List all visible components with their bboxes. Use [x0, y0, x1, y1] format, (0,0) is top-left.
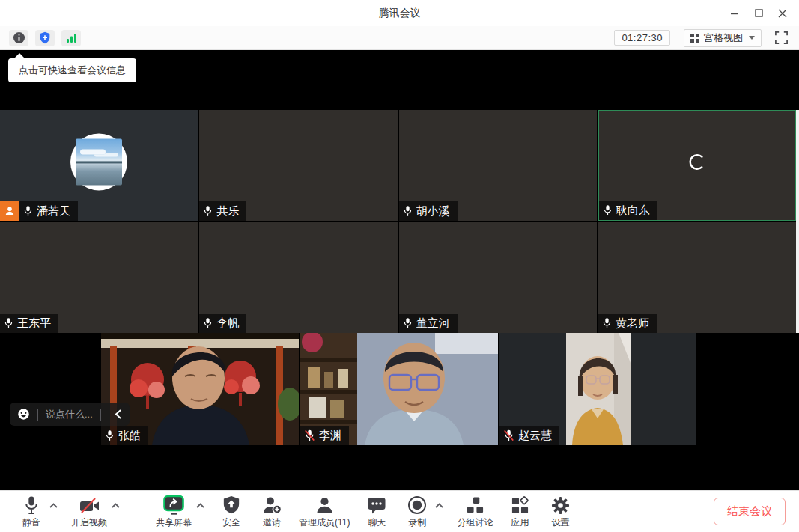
video-options-chevron[interactable]: [112, 503, 120, 508]
mic-on-icon: [23, 205, 33, 217]
participant-name: 李渊: [319, 429, 341, 443]
apps-grid-icon: [511, 496, 529, 515]
manage-members-button[interactable]: 管理成员(11): [299, 495, 350, 529]
participant-video-tile[interactable]: 赵云慧: [499, 333, 696, 445]
share-options-chevron[interactable]: [196, 503, 204, 508]
participant-name: 董立河: [416, 317, 450, 331]
participant-name: 张皓: [118, 429, 141, 443]
fullscreen-icon: [774, 31, 789, 45]
name-tag: 赵云慧: [499, 426, 559, 445]
mic-on-icon: [203, 317, 213, 329]
participant-tile[interactable]: 耿向东: [598, 110, 796, 221]
apps-button[interactable]: 应用: [506, 495, 533, 529]
security-shield-icon: [222, 495, 240, 515]
mic-icon: [23, 495, 40, 515]
close-button[interactable]: [771, 0, 795, 26]
close-icon: [778, 9, 787, 18]
maximize-button[interactable]: [747, 0, 771, 26]
record-icon: [407, 495, 427, 515]
chat-input[interactable]: 说点什么...: [46, 408, 93, 421]
person-icon: [315, 495, 334, 515]
record-button[interactable]: 录制: [404, 495, 431, 529]
breakout-blocks-icon: [466, 496, 484, 515]
breakout-rooms-button[interactable]: 分组讨论: [457, 495, 493, 529]
participant-video-tile[interactable]: 李渊: [300, 333, 498, 445]
mic-muted-icon: [503, 429, 514, 441]
emoji-icon[interactable]: [17, 408, 30, 421]
grid-scrollbar[interactable]: [796, 110, 799, 333]
grid-view-icon: [690, 34, 699, 43]
participant-grid: 潘若天 共乐 胡小溪: [0, 110, 796, 333]
meeting-info-tooltip: 点击可快速查看会议信息: [8, 58, 136, 82]
participant-tile[interactable]: 王东平: [0, 222, 198, 333]
camera-off-icon: [79, 497, 100, 515]
participant-tile[interactable]: 李帆: [199, 222, 397, 333]
start-video-button[interactable]: 开启视频: [71, 495, 107, 529]
chat-bubble-icon: [367, 496, 386, 515]
participant-name: 耿向东: [616, 204, 650, 218]
fullscreen-button[interactable]: [772, 30, 790, 46]
security-shield-button[interactable]: [35, 30, 55, 46]
window-title: 腾讯会议: [379, 7, 421, 20]
divider: [37, 409, 38, 421]
participant-tile[interactable]: 黄老师: [598, 222, 796, 333]
participant-tile[interactable]: 胡小溪: [399, 110, 597, 221]
video-stage: 点击可快速查看会议信息 潘若天 共乐: [0, 50, 799, 490]
mute-options-chevron[interactable]: [49, 503, 58, 508]
titlebar: 腾讯会议: [0, 0, 799, 26]
mic-on-icon: [105, 429, 115, 441]
participant-tile[interactable]: 潘若天: [0, 110, 198, 221]
security-button[interactable]: 安全: [218, 495, 245, 529]
meeting-info-button[interactable]: [9, 30, 28, 46]
share-screen-button[interactable]: 共享屏幕: [156, 495, 192, 529]
participant-name: 黄老师: [616, 317, 649, 331]
end-meeting-button[interactable]: 结束会议: [714, 498, 786, 525]
meeting-window: 腾讯会议: [0, 0, 799, 532]
settings-button[interactable]: 设置: [547, 495, 574, 529]
name-tag: 潘若天: [0, 201, 78, 221]
video-feed: [566, 333, 631, 445]
participant-name: 李帆: [216, 317, 239, 331]
mic-muted-icon: [304, 429, 315, 441]
chat-button[interactable]: 聊天: [363, 495, 390, 529]
mic-on-icon: [4, 317, 13, 329]
top-toolbar: 01:27:30 宫格视图: [0, 26, 799, 50]
avatar: [70, 133, 127, 190]
network-signal-button[interactable]: [61, 30, 81, 46]
mic-on-icon: [403, 205, 413, 217]
name-tag: 张皓: [101, 426, 148, 445]
participant-tile[interactable]: 董立河: [399, 222, 597, 333]
mic-on-icon: [403, 317, 413, 329]
participant-tile[interactable]: 共乐: [199, 110, 397, 221]
signal-bars-icon: [66, 33, 77, 43]
record-options-chevron[interactable]: [435, 503, 443, 508]
mic-on-icon: [603, 204, 613, 216]
mic-on-icon: [203, 205, 213, 217]
participant-video-tile[interactable]: 张皓: [101, 333, 299, 445]
video-row: 张皓: [0, 333, 799, 445]
minimize-icon: [730, 9, 739, 18]
name-tag: 李渊: [300, 426, 349, 445]
chevron-down-icon: [749, 36, 755, 40]
maximize-icon: [755, 9, 763, 17]
participant-name: 王东平: [17, 317, 51, 331]
chevron-left-icon: [115, 409, 121, 419]
meeting-timer: 01:27:30: [614, 30, 670, 46]
invite-button[interactable]: 邀请: [258, 495, 285, 529]
mic-on-icon: [602, 317, 612, 329]
minimize-button[interactable]: [723, 0, 747, 26]
bottom-toolbar: 静音 开启视频 共享屏幕 安全: [0, 490, 799, 532]
share-screen-icon: [162, 495, 185, 515]
participant-name: 共乐: [216, 204, 239, 218]
view-mode-selector[interactable]: 宫格视图: [684, 29, 762, 47]
collapse-chat-button[interactable]: [109, 403, 128, 426]
participant-name: 赵云慧: [518, 429, 552, 443]
loading-spinner-icon: [687, 151, 708, 175]
divider: [100, 409, 101, 421]
mute-button[interactable]: 静音: [18, 495, 45, 529]
shield-plus-icon: [39, 31, 51, 44]
host-badge-icon: [0, 201, 19, 221]
quick-chat-bar[interactable]: 说点什么...: [10, 403, 130, 426]
gear-icon: [551, 496, 570, 515]
info-icon: [13, 31, 25, 44]
